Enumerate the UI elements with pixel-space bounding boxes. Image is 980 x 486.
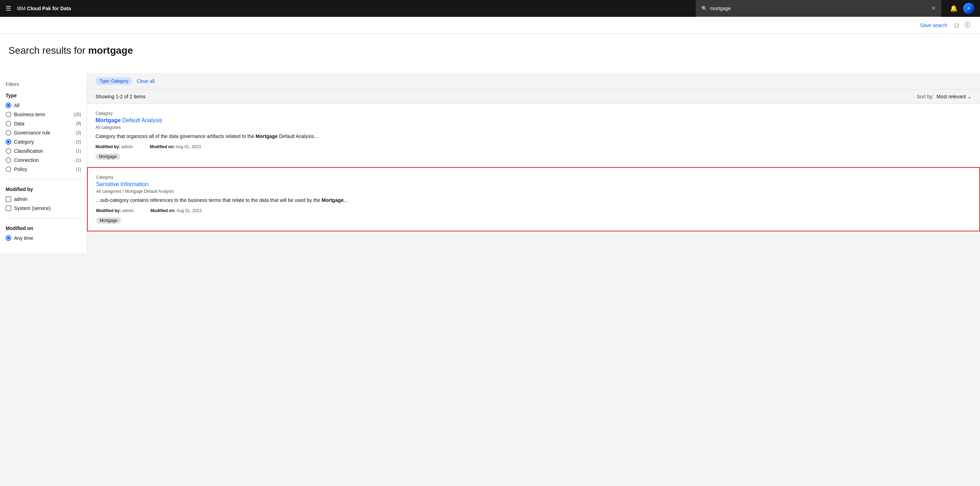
result-title-text-2: Sensitive Information [96, 181, 148, 187]
result-title-rest-1: Default Analysis [121, 117, 162, 123]
radio-category[interactable] [6, 139, 11, 145]
result-tag-1: Mortgage [95, 153, 120, 160]
modified-on-title: Modified on [6, 225, 81, 231]
active-filter-tag[interactable]: Type: Category [95, 77, 132, 85]
filter-type-classification[interactable]: Classification (1) [6, 148, 81, 154]
main-layout: Filters Type All Business term (25) Data… [0, 73, 980, 253]
filter-type-category[interactable]: Category (2) [6, 139, 81, 145]
filter-modified-on-anytime[interactable]: Any time [6, 235, 81, 241]
result-meta-1: Modified by: admin Modified on: Aug 01, … [95, 144, 972, 149]
app-brand: IBM Cloud Pak for Data [17, 6, 71, 11]
avatar[interactable]: A [963, 3, 974, 14]
sort-by-value: Most relevant [937, 94, 966, 99]
radio-classification[interactable] [6, 148, 11, 154]
sidebar-filters: Filters Type All Business term (25) Data… [0, 73, 87, 253]
filters-title: Filters [6, 81, 81, 87]
title-prefix: Search results for [8, 45, 88, 56]
title-keyword: mortgage [88, 45, 133, 56]
result-modified-on-2: Modified on: Aug 01, 2023 [151, 208, 202, 213]
filter-count-business-term: (25) [74, 112, 81, 117]
filter-label-data: Data [14, 121, 25, 126]
filter-count-category: (2) [76, 139, 81, 144]
search-input[interactable] [710, 6, 931, 11]
compare-icon[interactable]: ◻ [953, 20, 960, 30]
result-title-highlight-1: Mortgage [95, 117, 121, 123]
sort-by-select[interactable]: Most relevant ⌄ [937, 94, 972, 99]
filter-label-all: All [14, 102, 20, 108]
modified-by-title: Modified by [6, 186, 81, 192]
results-count: Showing 1-2 of 2 items [95, 94, 145, 99]
filter-label-governance-rule: Governance rule [14, 130, 51, 135]
filter-label-connection: Connection [14, 157, 39, 163]
navbar: ☰ IBM Cloud Pak for Data 🔍 ✕ 🔔 A [0, 0, 980, 17]
result-desc-1: Category that organizes all of the data … [95, 133, 972, 140]
menu-icon[interactable]: ☰ [6, 5, 11, 12]
filter-label-business-term: Business term [14, 112, 45, 117]
radio-governance-rule[interactable] [6, 130, 11, 135]
radio-all[interactable] [6, 102, 11, 108]
result-desc-2: ...sub-category contains references to t… [96, 197, 971, 204]
filter-modified-by-admin[interactable]: admin [6, 196, 81, 202]
filter-label-category: Category [14, 139, 34, 145]
checkbox-admin[interactable] [6, 196, 11, 202]
result-type-2: Category [96, 175, 971, 180]
checkbox-label-admin: admin [14, 196, 27, 202]
result-modified-by-1: Modified by: admin [95, 144, 133, 149]
filter-type-all[interactable]: All [6, 102, 81, 108]
info-icon[interactable]: ⓘ [963, 20, 972, 30]
result-modified-on-1: Modified on: Aug 01, 2023 [150, 144, 201, 149]
radio-policy[interactable] [6, 166, 11, 172]
brand-name: Cloud Pak for Data [27, 6, 71, 11]
result-path-1: All categories [95, 125, 972, 130]
page-title: Search results for mortgage [8, 45, 972, 56]
filter-label-classification: Classification [14, 148, 43, 154]
chevron-down-icon: ⌄ [967, 94, 972, 99]
result-meta-2: Modified by: admin Modified on: Aug 01, … [96, 208, 971, 213]
page-content: Search results for mortgage [0, 34, 980, 73]
sub-header: Save search ◻ ⓘ [0, 17, 980, 34]
result-path-2: All categories / Mortgage Default Analys… [96, 189, 971, 194]
filter-count-governance-rule: (3) [76, 130, 81, 135]
result-card-1: Category Mortgage Default Analysis All c… [87, 104, 980, 167]
clear-all-button[interactable]: Clear all [137, 78, 154, 84]
results-area: Type: Category Clear all Showing 1-2 of … [87, 73, 980, 253]
result-modified-by-2: Modified by: admin [96, 208, 134, 213]
result-card-2: Category Sensitive Information All categ… [87, 167, 980, 231]
result-title-1[interactable]: Mortgage Default Analysis [95, 117, 972, 124]
radio-any-time[interactable] [6, 235, 11, 241]
radio-business-term[interactable] [6, 112, 11, 117]
search-bar[interactable]: 🔍 ✕ [696, 0, 942, 17]
radio-data[interactable] [6, 121, 11, 126]
filter-type-connection[interactable]: Connection (1) [6, 157, 81, 163]
filter-modified-by-system[interactable]: System (service) [6, 206, 81, 211]
filter-count-connection: (1) [76, 158, 81, 163]
checkbox-label-system: System (service) [14, 206, 51, 211]
result-type-1: Category [95, 111, 972, 116]
filter-label-any-time: Any time [14, 235, 33, 241]
result-tag-2: Mortgage [96, 217, 121, 224]
sub-header-icons: ◻ ⓘ [953, 20, 972, 30]
filter-type-business-term[interactable]: Business term (25) [6, 112, 81, 117]
filter-type-policy[interactable]: Policy (1) [6, 166, 81, 172]
filter-type-data[interactable]: Data (9) [6, 121, 81, 126]
sort-by-label: Sort by: [917, 94, 934, 99]
filter-type-governance-rule[interactable]: Governance rule (3) [6, 130, 81, 135]
filter-label-policy: Policy [14, 166, 27, 172]
filter-count-policy: (1) [76, 167, 81, 172]
filter-count-data: (9) [76, 121, 81, 126]
clear-search-icon[interactable]: ✕ [931, 5, 936, 11]
search-icon: 🔍 [701, 6, 707, 11]
filter-divider-2 [6, 218, 81, 218]
result-title-2[interactable]: Sensitive Information [96, 181, 971, 188]
notifications-icon[interactable]: 🔔 [947, 2, 960, 15]
radio-connection[interactable] [6, 157, 11, 163]
save-search-button[interactable]: Save search [920, 22, 947, 28]
sort-by: Sort by: Most relevant ⌄ [917, 94, 972, 99]
type-filter-title: Type [6, 93, 81, 98]
results-count-bar: Showing 1-2 of 2 items Sort by: Most rel… [87, 89, 980, 104]
filter-count-classification: (1) [76, 148, 81, 153]
checkbox-system[interactable] [6, 206, 11, 211]
brand-prefix: IBM [17, 6, 27, 11]
filter-tags-bar: Type: Category Clear all [87, 73, 980, 89]
navbar-right: 🔔 A [947, 2, 974, 15]
